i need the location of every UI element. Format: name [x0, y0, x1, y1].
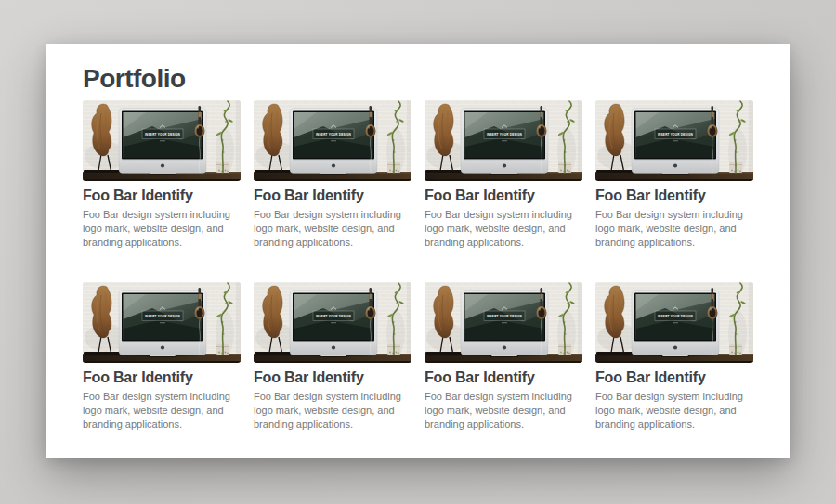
- imac-desk-photo: [595, 282, 753, 363]
- portfolio-item: Foo Bar Identify Foo Bar design system i…: [595, 282, 753, 432]
- imac-desk-photo: [425, 100, 582, 181]
- imac-desk-photo: [83, 282, 241, 363]
- imac-desk-photo: [254, 100, 411, 181]
- portfolio-item: Foo Bar Identify Foo Bar design system i…: [254, 100, 411, 250]
- portfolio-item: Foo Bar Identify Foo Bar design system i…: [425, 100, 582, 250]
- portfolio-item-description: Foo Bar design system including logo mar…: [83, 208, 241, 250]
- portfolio-item-title[interactable]: Foo Bar Identify: [254, 368, 411, 387]
- portfolio-thumbnail[interactable]: [254, 100, 411, 181]
- portfolio-item-title[interactable]: Foo Bar Identify: [254, 187, 411, 205]
- portfolio-item-description: Foo Bar design system including logo mar…: [595, 390, 753, 432]
- imac-desk-photo: [425, 282, 582, 363]
- portfolio-thumbnail[interactable]: [425, 282, 582, 363]
- portfolio-item: Foo Bar Identify Foo Bar design system i…: [254, 282, 411, 432]
- portfolio-grid: Foo Bar Identify Foo Bar design system i…: [83, 100, 753, 432]
- imac-desk-photo: [595, 100, 753, 181]
- portfolio-thumbnail[interactable]: [595, 100, 753, 181]
- portfolio-item-description: Foo Bar design system including logo mar…: [595, 208, 753, 250]
- portfolio-thumbnail[interactable]: [83, 100, 241, 181]
- portfolio-item-description: Foo Bar design system including logo mar…: [254, 390, 411, 432]
- page-title: Portfolio: [83, 66, 753, 92]
- portfolio-item-title[interactable]: Foo Bar Identify: [425, 368, 582, 387]
- portfolio-item: Foo Bar Identify Foo Bar design system i…: [83, 282, 241, 432]
- portfolio-item-title[interactable]: Foo Bar Identify: [83, 187, 241, 205]
- portfolio-item-title[interactable]: Foo Bar Identify: [595, 187, 753, 205]
- portfolio-item-title[interactable]: Foo Bar Identify: [83, 368, 241, 387]
- portfolio-thumbnail[interactable]: [595, 282, 753, 363]
- portfolio-item-title[interactable]: Foo Bar Identify: [425, 187, 582, 205]
- portfolio-item: Foo Bar Identify Foo Bar design system i…: [595, 100, 753, 250]
- portfolio-item-description: Foo Bar design system including logo mar…: [425, 208, 582, 250]
- portfolio-thumbnail[interactable]: [254, 282, 411, 363]
- portfolio-item-description: Foo Bar design system including logo mar…: [425, 390, 582, 432]
- portfolio-item-description: Foo Bar design system including logo mar…: [83, 390, 241, 432]
- portfolio-item: Foo Bar Identify Foo Bar design system i…: [425, 282, 582, 432]
- portfolio-thumbnail[interactable]: [83, 282, 241, 363]
- imac-desk-photo: [83, 100, 241, 181]
- portfolio-item-title[interactable]: Foo Bar Identify: [595, 368, 753, 387]
- portfolio-item: Foo Bar Identify Foo Bar design system i…: [83, 100, 241, 250]
- portfolio-item-description: Foo Bar design system including logo mar…: [254, 208, 411, 250]
- imac-desk-photo: [254, 282, 411, 363]
- portfolio-thumbnail[interactable]: [425, 100, 582, 181]
- portfolio-panel: Portfolio Foo Bar Identify Foo Bar desig…: [46, 44, 790, 458]
